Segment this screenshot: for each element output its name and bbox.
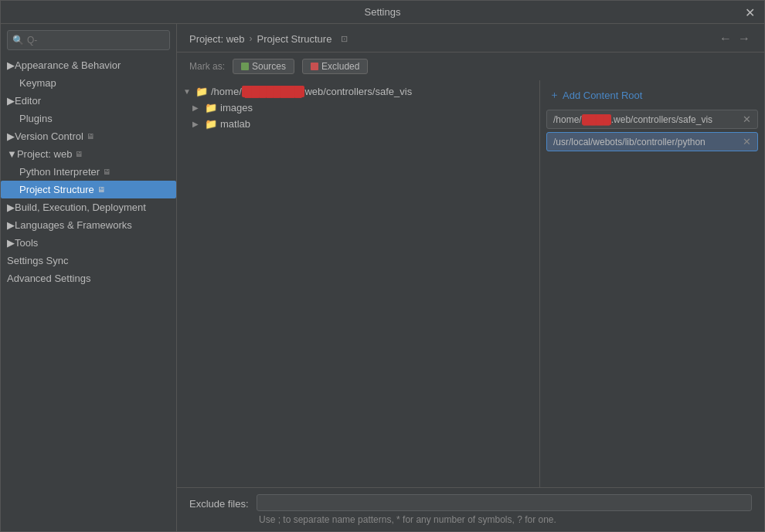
exclude-label: Exclude files:	[189, 496, 249, 510]
file-tree[interactable]: ▼ 📁 /home/████████web/controllers/safe_v…	[177, 80, 540, 487]
chevron-right-icon: ▶	[7, 237, 15, 249]
mark-as-bar: Mark as: Sources Excluded	[177, 53, 764, 80]
add-content-root-button[interactable]: ＋ Add Content Root	[546, 86, 758, 103]
mark-as-label: Mark as:	[189, 61, 225, 72]
search-icon: 🔍	[12, 35, 24, 46]
tree-root-label: /home/████████web/controllers/safe_vis	[211, 86, 412, 97]
window-title: Settings	[365, 6, 401, 18]
back-button[interactable]: ←	[718, 32, 733, 46]
redacted-text: ████	[582, 114, 611, 125]
chevron-right-icon: ▶	[7, 130, 15, 142]
root-entry-1: /home/████.web/controllers/safe_vis ✕	[546, 110, 758, 129]
root-path-1: /home/████.web/controllers/safe_vis	[553, 114, 712, 125]
sidebar: 🔍 ▶ Appearance & Behavior Keymap ▶ Edito…	[1, 24, 177, 531]
forward-button[interactable]: →	[736, 32, 752, 46]
tree-item-matlab[interactable]: ▶ 📁 matlab	[177, 116, 539, 132]
remove-root-1-button[interactable]: ✕	[743, 114, 751, 125]
excluded-icon	[311, 63, 318, 70]
sidebar-item-label: Tools	[15, 237, 38, 249]
folder-icon: 📁	[196, 86, 208, 97]
monitor-icon: 🖥	[103, 168, 110, 176]
plus-icon: ＋	[549, 88, 559, 102]
sidebar-item-label: Project Structure	[19, 184, 94, 195]
breadcrumb-separator: ›	[250, 33, 253, 44]
sidebar-item-project-web[interactable]: ▼ Project: web 🖥	[1, 145, 176, 163]
remove-root-2-button[interactable]: ✕	[743, 136, 751, 147]
sidebar-item-version-control[interactable]: ▶ Version Control 🖥	[1, 127, 176, 145]
chevron-right-icon: ▶	[7, 59, 15, 71]
tree-item-label: images	[220, 102, 253, 114]
monitor-icon: 🖥	[97, 185, 105, 194]
split-view: ▼ 📁 /home/████████web/controllers/safe_v…	[177, 80, 764, 487]
tree-root-item[interactable]: ▼ 📁 /home/████████web/controllers/safe_v…	[177, 83, 539, 100]
search-box[interactable]: 🔍	[7, 30, 170, 50]
sidebar-item-label: Version Control	[15, 130, 83, 142]
content-roots-panel: ＋ Add Content Root /home/████.web/contro…	[540, 80, 764, 487]
search-input[interactable]	[27, 35, 165, 46]
close-button[interactable]: ✕	[743, 5, 756, 19]
sources-icon	[241, 63, 249, 70]
monitor-icon: 🖥	[87, 132, 94, 141]
main-content: 🔍 ▶ Appearance & Behavior Keymap ▶ Edito…	[1, 24, 764, 531]
breadcrumb-current: Project Structure	[257, 33, 332, 45]
sidebar-item-label: Build, Execution, Deployment	[15, 202, 146, 213]
sidebar-item-label: Python Interpreter	[19, 166, 100, 178]
sidebar-item-label: Appearance & Behavior	[15, 59, 121, 71]
redacted-text: ████████	[242, 86, 305, 97]
sidebar-item-keymap[interactable]: Keymap	[1, 74, 176, 92]
chevron-right-icon: ▶	[192, 120, 202, 128]
main-header: Project: web › Project Structure ⊡ ← →	[177, 24, 764, 53]
tree-item-label: matlab	[220, 118, 250, 130]
exclude-input[interactable]	[257, 494, 752, 511]
breadcrumb-project: Project: web	[189, 33, 245, 45]
sources-button[interactable]: Sources	[233, 59, 294, 74]
nav-arrows: ← →	[718, 32, 752, 46]
settings-window: Settings ✕ 🔍 ▶ Appearance & Behavior Key…	[0, 0, 765, 532]
sidebar-item-label: Advanced Settings	[7, 273, 90, 284]
sidebar-item-advanced-settings[interactable]: Advanced Settings	[1, 269, 176, 287]
sidebar-item-label: Project: web	[17, 148, 73, 160]
sidebar-item-languages[interactable]: ▶ Languages & Frameworks	[1, 216, 176, 234]
chevron-right-icon: ▶	[7, 202, 15, 213]
title-bar: Settings ✕	[1, 1, 764, 24]
chevron-right-icon: ▶	[192, 103, 202, 112]
sidebar-item-label: Plugins	[19, 113, 53, 124]
sidebar-item-label: Settings Sync	[7, 255, 69, 266]
sidebar-item-project-structure[interactable]: Project Structure 🖥	[1, 181, 176, 198]
main-panel: Project: web › Project Structure ⊡ ← → M…	[177, 24, 764, 531]
folder-icon: 📁	[205, 118, 217, 130]
excluded-button[interactable]: Excluded	[302, 59, 368, 74]
root-entry-2: /usr/local/webots/lib/controller/python …	[546, 132, 758, 151]
sidebar-item-appearance[interactable]: ▶ Appearance & Behavior	[1, 56, 176, 74]
sidebar-item-label: Keymap	[19, 77, 56, 89]
monitor-icon: 🖥	[75, 150, 83, 158]
sidebar-item-label: Languages & Frameworks	[15, 219, 132, 231]
chevron-right-icon: ▶	[7, 219, 15, 231]
hint-text: Use ; to separate name patterns, * for a…	[189, 511, 752, 525]
sidebar-item-label: Editor	[15, 95, 41, 107]
chevron-right-icon: ▶	[7, 95, 15, 107]
sidebar-item-plugins[interactable]: Plugins	[1, 110, 176, 127]
bottom-bar: Exclude files: Use ; to separate name pa…	[177, 487, 764, 531]
sidebar-item-settings-sync[interactable]: Settings Sync	[1, 252, 176, 269]
minimize-icon[interactable]: ⊡	[341, 34, 348, 44]
sidebar-item-editor[interactable]: ▶ Editor	[1, 92, 176, 110]
tree-item-images[interactable]: ▶ 📁 images	[177, 100, 539, 116]
sidebar-item-tools[interactable]: ▶ Tools	[1, 234, 176, 252]
sidebar-item-python-interpreter[interactable]: Python Interpreter 🖥	[1, 163, 176, 181]
root-path-2: /usr/local/webots/lib/controller/python	[553, 137, 706, 147]
chevron-down-icon: ▼	[183, 87, 192, 96]
sidebar-item-build[interactable]: ▶ Build, Execution, Deployment	[1, 198, 176, 216]
chevron-down-icon: ▼	[7, 148, 17, 160]
folder-icon: 📁	[205, 102, 217, 114]
exclude-row: Exclude files:	[189, 494, 752, 511]
